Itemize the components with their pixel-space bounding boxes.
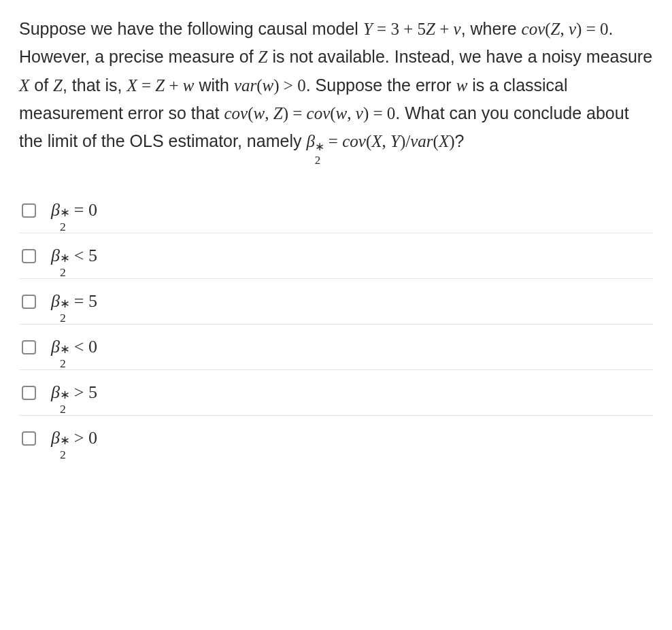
math-var: Z [53, 76, 63, 95]
option-label: β∗2 < 0 [51, 337, 97, 357]
option-checkbox[interactable] [22, 295, 36, 309]
option-row[interactable]: β∗2 > 0 [19, 416, 653, 461]
option-label: β∗2 > 0 [51, 428, 97, 448]
option-checkbox[interactable] [22, 431, 36, 446]
question-stem: Suppose we have the following causal mod… [19, 15, 653, 155]
question-part: with [195, 76, 234, 95]
option-row[interactable]: β∗2 = 0 [19, 188, 653, 233]
question-part: Suppose we have the following causal mod… [19, 19, 363, 38]
question-part: , where [461, 19, 522, 38]
option-row[interactable]: β∗2 < 0 [19, 325, 653, 370]
math-var: Z [258, 48, 268, 66]
option-row[interactable]: β∗2 > 5 [19, 370, 653, 416]
question-part: is not available. Instead, we have a noi… [267, 47, 652, 66]
option-row[interactable]: β∗2 < 5 [19, 233, 653, 279]
option-label: β∗2 = 5 [51, 291, 97, 312]
math-expression: β∗2 = cov(X, Y)/var(X) [306, 132, 454, 150]
math-expression: X = Z + w [127, 76, 194, 95]
math-var: w [456, 76, 468, 95]
question-part: ? [454, 131, 464, 150]
option-label: β∗2 = 0 [51, 200, 97, 220]
math-expression: var(w) > 0 [234, 76, 306, 95]
option-label: β∗2 < 5 [51, 246, 97, 266]
math-expression: cov(Z, v) = 0 [522, 20, 609, 38]
math-expression: Y = 3 + 5Z + v [363, 20, 461, 38]
option-row[interactable]: β∗2 = 5 [19, 279, 653, 325]
question-part: , that is, [63, 76, 127, 95]
math-var: X [19, 76, 29, 95]
question-part: . Suppose the error [306, 76, 456, 95]
option-label: β∗2 > 5 [51, 382, 97, 403]
option-checkbox[interactable] [22, 203, 36, 218]
option-checkbox[interactable] [22, 386, 36, 400]
option-checkbox[interactable] [22, 340, 36, 354]
math-expression: cov(w, Z) = cov(w, v) = 0 [224, 104, 396, 122]
options-list: β∗2 = 0 β∗2 < 5 β∗2 = 5 β∗2 < 0 β∗2 > 5 … [19, 188, 653, 461]
question-part: of [29, 76, 53, 95]
option-checkbox[interactable] [22, 249, 36, 263]
